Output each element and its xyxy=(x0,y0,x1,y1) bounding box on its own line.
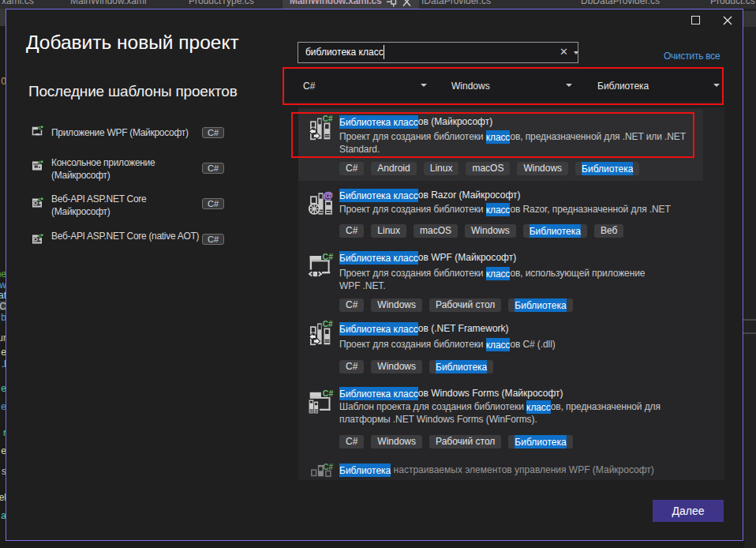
svg-text:C#: C# xyxy=(323,252,334,261)
svg-text:c: c xyxy=(39,160,42,165)
svg-text:c: c xyxy=(39,233,42,238)
svg-text:C#: C# xyxy=(323,388,334,398)
svg-text:C#: C# xyxy=(323,320,333,328)
svg-text:c: c xyxy=(39,125,42,130)
svg-text:@: @ xyxy=(323,190,332,201)
svg-text:C#: C# xyxy=(323,463,333,471)
svg-text:c: c xyxy=(39,197,42,202)
